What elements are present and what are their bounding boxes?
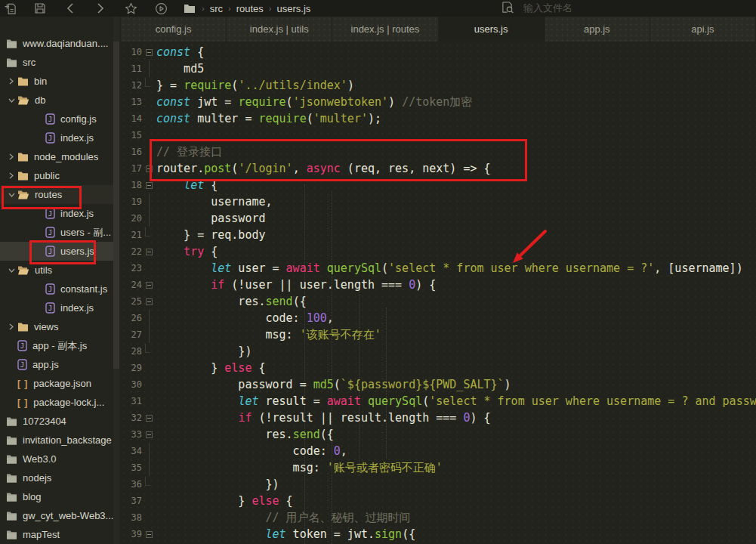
tree-item-gw-cyt-web-Web3...[interactable]: gw_cyt_web-Web3... — [0, 506, 113, 525]
code-line-21[interactable]: 21 } = req.body — [121, 227, 756, 243]
code-line-31[interactable]: 31 let result = await querySql('select *… — [121, 393, 756, 410]
tab-users.js[interactable]: users.js — [439, 17, 545, 42]
code-line-38[interactable]: 38 // 用户名、秘钥、过期时间 — [121, 509, 756, 526]
code-line-33[interactable]: 33 res.send({ — [121, 426, 756, 443]
save-icon[interactable] — [33, 2, 47, 15]
fold-marker[interactable] — [142, 526, 156, 542]
code-line-11[interactable]: 11 md5 — [121, 60, 756, 77]
code-line-24[interactable]: 24 if (!user || user.length === 0) { — [121, 277, 756, 293]
code-line-26[interactable]: 26 code: 100, — [121, 310, 756, 326]
tree-item-10723404[interactable]: 10723404 — [0, 412, 113, 431]
tab-index.js-utils[interactable]: index.js | utils — [227, 17, 332, 42]
fold-marker[interactable] — [142, 160, 156, 177]
chevron-collapsed-icon[interactable] — [5, 172, 17, 181]
chevron-collapsed-icon[interactable] — [5, 323, 17, 332]
tree-item-app-.js[interactable]: Japp - 副本.js — [0, 336, 113, 355]
fold-marker[interactable] — [142, 44, 156, 60]
tree-item-package-lock.j...[interactable]: [ ]package-lock.j... — [0, 393, 113, 412]
tree-item-users.js[interactable]: Jusers.js — [0, 242, 113, 261]
tree-item-utils[interactable]: utils — [0, 261, 113, 280]
fold-marker[interactable] — [142, 426, 156, 443]
code-line-39[interactable]: 39 let token = jwt.sign({ — [121, 526, 756, 542]
code-line-23[interactable]: 23 let user = await querySql('select * f… — [121, 260, 756, 277]
tree-item-public[interactable]: public — [0, 166, 113, 185]
tree-item-node-modules[interactable]: node_modules — [0, 147, 113, 166]
star-icon[interactable] — [124, 2, 137, 15]
search-input[interactable] — [522, 2, 638, 14]
fold-marker[interactable] — [142, 410, 156, 426]
tree-item-blog[interactable]: blog — [0, 487, 113, 506]
tree-item-constant.js[interactable]: Jconstant.js — [0, 280, 113, 298]
tree-item-db[interactable]: db — [0, 91, 113, 110]
code-line-34[interactable]: 34 code: 0, — [121, 443, 756, 459]
tree-item-src[interactable]: src — [0, 53, 113, 72]
breadcrumb-item[interactable]: routes — [236, 3, 264, 14]
fold-marker[interactable] — [142, 177, 156, 193]
sidebar-scrollbar-track[interactable] — [113, 17, 119, 544]
breadcrumb-separator: › — [269, 4, 272, 13]
new-file-icon[interactable] — [3, 2, 17, 15]
fold-marker[interactable] — [142, 243, 156, 260]
code-line-22[interactable]: 22 try { — [121, 243, 756, 260]
tree-item-index.js[interactable]: Jindex.js — [0, 298, 113, 317]
tree-item-app.js[interactable]: Japp.js — [0, 355, 113, 374]
tree-item-views[interactable]: views — [0, 317, 113, 336]
code-line-17[interactable]: 17router.post('/login', async (req, res,… — [121, 160, 756, 177]
tab-index.js-routes[interactable]: index.js | routes — [332, 17, 438, 42]
search-file-icon[interactable] — [501, 1, 514, 14]
breadcrumb-item[interactable]: users.js — [277, 3, 311, 14]
tree-item-users-...[interactable]: Jusers - 副... — [0, 223, 113, 242]
chevron-collapsed-icon[interactable] — [5, 77, 17, 86]
code-line-30[interactable]: 30 password = md5(`${password}${PWD_SALT… — [121, 376, 756, 393]
code-line-32[interactable]: 32 if (!result || result.length === 0) { — [121, 410, 756, 426]
run-icon[interactable] — [154, 2, 168, 15]
chevron-expanded-icon[interactable] — [5, 96, 17, 105]
tree-item-index.js[interactable]: Jindex.js — [0, 204, 113, 223]
back-icon[interactable] — [63, 2, 77, 15]
tree-item-package.json[interactable]: [ ]package.json — [0, 374, 113, 393]
tab-app.js[interactable]: app.js — [545, 17, 650, 42]
code-line-10[interactable]: 10const { — [121, 44, 756, 60]
tree-item-nodejs[interactable]: nodejs — [0, 468, 113, 487]
chevron-expanded-icon[interactable] — [5, 190, 17, 199]
fold-marker[interactable] — [142, 293, 156, 310]
code-line-35[interactable]: 35 msg: '账号或者密码不正确' — [121, 459, 756, 476]
code-text: if (!result || result.length === 0) { — [156, 410, 491, 426]
code-line-29[interactable]: 29 } else { — [121, 360, 756, 376]
code-line-13[interactable]: 13const jwt = require('jsonwebtoken') //… — [121, 94, 756, 110]
code-line-14[interactable]: 14const multer = require('multer'); — [121, 110, 756, 127]
svg-text:J: J — [48, 304, 52, 312]
code-line-28[interactable]: 28 }) — [121, 343, 756, 360]
editor[interactable]: 10const {11 md512} = require('../utils/i… — [121, 42, 756, 544]
code-line-27[interactable]: 27 msg: '该账号不存在' — [121, 326, 756, 343]
tab-api.js[interactable]: api.js — [650, 17, 756, 42]
folder-icon — [17, 171, 29, 181]
code-line-19[interactable]: 19 username, — [121, 193, 756, 210]
code-line-16[interactable]: 16// 登录接口 — [121, 144, 756, 160]
code-line-20[interactable]: 20 password — [121, 210, 756, 227]
tree-item-index.js[interactable]: Jindex.js — [0, 128, 113, 147]
code-line-37[interactable]: 37 } else { — [121, 493, 756, 509]
tree-item-bin[interactable]: bin — [0, 72, 113, 91]
code-line-36[interactable]: 36 }) — [121, 476, 756, 493]
chevron-expanded-icon[interactable] — [5, 266, 17, 275]
breadcrumb-item[interactable]: src — [210, 3, 223, 14]
file-search — [501, 1, 638, 14]
sidebar-scrollbar-thumb[interactable] — [113, 42, 119, 369]
code-line-18[interactable]: 18 let { — [121, 177, 756, 193]
tree-item-invitation-backstage[interactable]: invitation_backstage — [0, 431, 113, 450]
tree-item-www.daqianduan....[interactable]: www.daqianduan.... — [0, 34, 113, 53]
code-line-15[interactable]: 15 — [121, 127, 756, 144]
fold-marker[interactable] — [142, 277, 156, 293]
tree-item-Web3.0[interactable]: Web3.0 — [0, 450, 113, 468]
chevron-collapsed-icon[interactable] — [5, 153, 17, 162]
tree-item-routes[interactable]: routes — [0, 185, 113, 204]
tree-item-config.js[interactable]: Jconfig.js — [0, 110, 113, 128]
code-line-12[interactable]: 12} = require('../utils/index') — [121, 77, 756, 94]
code-line-25[interactable]: 25 res.send({ — [121, 293, 756, 310]
tab-config.js[interactable]: config.js — [121, 17, 227, 42]
breadcrumb-folder-icon[interactable] — [183, 2, 196, 15]
forward-icon[interactable] — [94, 2, 107, 15]
code-text: password — [156, 210, 266, 227]
tree-item-mapTest[interactable]: mapTest — [0, 525, 113, 544]
